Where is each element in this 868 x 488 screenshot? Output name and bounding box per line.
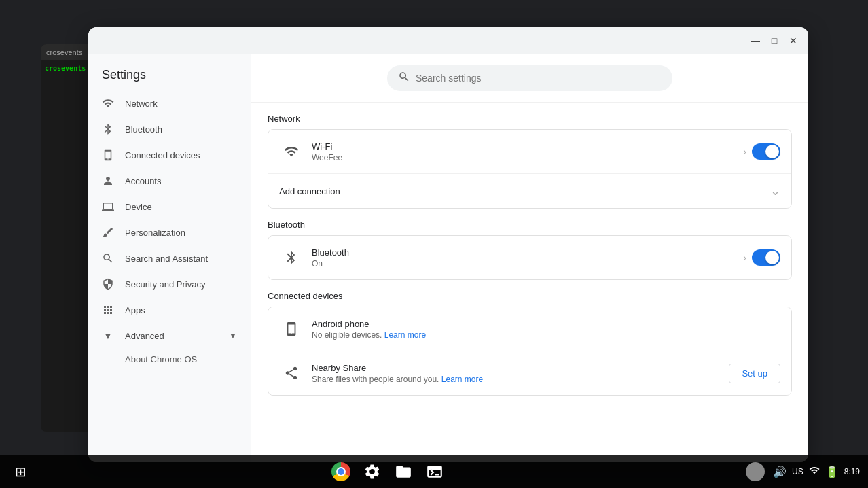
sidebar-item-device[interactable]: Device [88,194,245,220]
wifi-toggle[interactable] [752,143,780,160]
sidebar-item-search-assistant[interactable]: Search and Assistant [88,245,245,271]
wifi-status-icon [809,465,820,478]
person-icon [102,175,114,187]
sidebar-item-apps[interactable]: Apps [88,297,245,323]
sidebar-item-connected-devices[interactable]: Connected devices [88,142,245,168]
taskbar-settings[interactable] [359,459,385,485]
settings-window: — □ ✕ Settings Network Bluetooth [88,27,808,462]
bluetooth-row-action: › [743,249,780,266]
sidebar-label-accounts: Accounts [125,176,161,186]
search-icon [398,71,410,86]
sidebar-label-apps: Apps [125,305,145,315]
network-card: Wi-Fi WeeFee › Add connection [268,129,792,209]
wifi-title: Wi-Fi [312,141,735,152]
android-phone-title: Android phone [312,319,772,329]
bluetooth-chevron-icon: › [743,252,746,263]
sidebar-label-device: Device [125,202,152,212]
bluetooth-icon [102,123,114,135]
wifi-subtitle: WeeFee [312,153,735,162]
search-bar-container [251,54,808,103]
bluetooth-item-title: Bluetooth [312,247,735,258]
bluetooth-toggle[interactable] [752,249,780,266]
content-sections: Network Wi-Fi WeeFee › [251,103,808,417]
sidebar-label-network: Network [125,99,158,109]
sidebar-label-security-privacy: Security and Privacy [125,279,206,290]
taskbar-files[interactable] [391,459,416,485]
search-nav-icon [102,252,114,264]
close-button[interactable]: ✕ [786,34,800,48]
sidebar-item-security-privacy[interactable]: Security and Privacy [88,271,245,297]
search-bar [387,65,672,91]
files-taskbar-icon [395,463,412,481]
window-titlebar: — □ ✕ [88,27,808,54]
shield-icon [102,278,114,290]
nearby-share-icon [279,361,304,385]
chrome-icon [331,462,350,481]
taskbar-left: ⊞ [8,459,33,484]
network-section-title: Network [268,114,792,124]
android-phone-subtitle-text: No eligible devices. [312,330,382,340]
main-content: Network Wi-Fi WeeFee › [251,54,808,462]
sidebar-advanced[interactable]: ▼ Advanced ▼ [88,323,251,349]
android-phone-learn-more[interactable]: Learn more [384,330,426,340]
launcher-button[interactable]: ⊞ [8,459,33,484]
settings-body: Settings Network Bluetooth Connected dev… [88,54,808,462]
sidebar-label-bluetooth: Bluetooth [125,124,162,135]
terminal-title: crosevents [46,48,82,56]
sidebar: Settings Network Bluetooth Connected dev… [88,54,251,462]
user-avatar[interactable] [743,459,767,484]
nearby-share-subtitle: Share files with people around you. Lear… [312,374,721,384]
sidebar-title: Settings [88,54,251,90]
wifi-chevron-icon: › [743,146,746,157]
region-label: US [792,467,803,476]
bluetooth-section-title: Bluetooth [268,220,792,230]
nearby-share-title: Nearby Share [312,363,721,373]
terminal-line1: crosevents [45,65,86,72]
time-display: 8:19 [844,467,860,476]
sidebar-item-personalization[interactable]: Personalization [88,220,245,245]
wifi-toggle-knob [765,145,779,158]
minimize-button[interactable]: — [748,34,762,48]
sidebar-item-bluetooth[interactable]: Bluetooth [88,116,245,142]
android-phone-subtitle: No eligible devices. Learn more [312,330,772,340]
wifi-row-icon [279,139,304,164]
android-phone-icon [279,317,304,341]
taskbar-chrome[interactable] [328,459,354,485]
wifi-row-text: Wi-Fi WeeFee [304,141,743,162]
terminal-taskbar-icon [426,463,444,481]
sidebar-label-connected-devices: Connected devices [125,150,200,160]
nearby-share-text: Nearby Share Share files with people aro… [304,363,729,384]
add-connection-chevron-icon: ⌄ [770,184,780,198]
sidebar-label-search-assistant: Search and Assistant [125,254,208,264]
sidebar-about[interactable]: About Chrome OS [88,349,251,370]
add-connection-row[interactable]: Add connection ⌄ [268,174,791,208]
battery-icon: 🔋 [825,466,839,478]
setup-button[interactable]: Set up [729,364,780,383]
bluetooth-row-text: Bluetooth On [304,247,743,268]
bluetooth-row[interactable]: Bluetooth On › [268,236,791,279]
nearby-share-row[interactable]: Nearby Share Share files with people aro… [268,351,791,395]
advanced-chevron-icon: ▼ [229,331,237,341]
nearby-share-subtitle-text: Share files with people around you. [312,374,439,384]
avatar [746,462,765,481]
nearby-share-learn-more[interactable]: Learn more [441,374,483,384]
taskbar-terminal[interactable] [422,459,448,485]
maximize-button[interactable]: □ [767,34,781,48]
add-connection-label: Add connection [279,186,770,196]
wifi-row[interactable]: Wi-Fi WeeFee › [268,130,791,174]
bluetooth-item-subtitle: On [312,259,735,268]
taskbar-right: 🔊 US 🔋 8:19 [743,459,860,484]
sidebar-advanced-label: Advanced [125,331,164,341]
connected-devices-card: Android phone No eligible devices. Learn… [268,307,792,396]
android-phone-row[interactable]: Android phone No eligible devices. Learn… [268,307,791,351]
nearby-share-action: Set up [729,364,780,383]
search-input[interactable] [416,73,662,84]
advanced-icon: ▼ [102,330,114,342]
brush-icon [102,226,114,239]
bluetooth-row-icon [279,245,304,270]
grid-icon [102,304,114,316]
speaker-icon: 🔊 [773,466,786,478]
bluetooth-card: Bluetooth On › [268,235,792,280]
sidebar-item-accounts[interactable]: Accounts [88,168,245,194]
sidebar-item-network[interactable]: Network [88,90,245,116]
